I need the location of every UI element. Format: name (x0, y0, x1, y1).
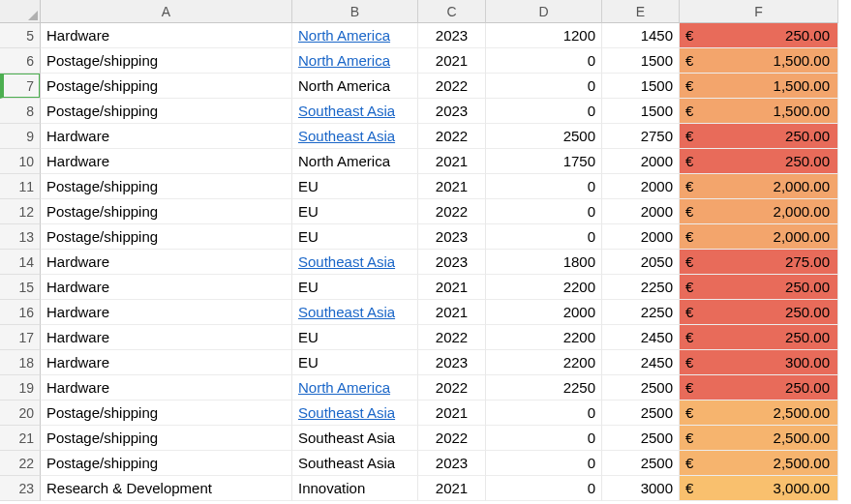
cell-A20[interactable]: Postage/shipping (41, 400, 292, 426)
cell-E20[interactable]: 2500 (602, 400, 680, 426)
cell-E9[interactable]: 2750 (602, 124, 680, 149)
cell-A9[interactable]: Hardware (41, 124, 292, 149)
cell-C13[interactable]: 2023 (418, 224, 486, 250)
cell-D17[interactable]: 2200 (486, 325, 602, 350)
cell-A14[interactable]: Hardware (41, 250, 292, 275)
row-header-13[interactable]: 13 (0, 224, 41, 250)
cell-C5[interactable]: 2023 (418, 23, 486, 48)
cell-A12[interactable]: Postage/shipping (41, 199, 292, 224)
cell-F10[interactable]: €250.00 (680, 149, 838, 174)
hyperlink[interactable]: North America (298, 52, 390, 69)
cell-D7[interactable]: 0 (486, 74, 602, 99)
cell-E12[interactable]: 2000 (602, 199, 680, 224)
cell-F20[interactable]: €2,500.00 (680, 400, 838, 426)
hyperlink[interactable]: Southeast Asia (298, 103, 395, 119)
cell-C17[interactable]: 2022 (418, 325, 486, 350)
cell-E11[interactable]: 2000 (602, 174, 680, 199)
cell-D9[interactable]: 2500 (486, 124, 602, 149)
cell-F5[interactable]: €250.00 (680, 23, 838, 48)
cell-B23[interactable]: Innovation (292, 476, 418, 501)
cell-E8[interactable]: 1500 (602, 99, 680, 124)
cell-A19[interactable]: Hardware (41, 375, 292, 400)
row-header-17[interactable]: 17 (0, 325, 41, 350)
cell-B6[interactable]: North America (292, 48, 418, 74)
cell-C12[interactable]: 2022 (418, 199, 486, 224)
row-header-15[interactable]: 15 (0, 275, 41, 300)
cell-A22[interactable]: Postage/shipping (41, 451, 292, 476)
hyperlink[interactable]: North America (298, 27, 390, 44)
cell-D19[interactable]: 2250 (486, 375, 602, 400)
cell-B10[interactable]: North America (292, 149, 418, 174)
cell-B5[interactable]: North America (292, 23, 418, 48)
cell-B16[interactable]: Southeast Asia (292, 300, 418, 325)
cell-A10[interactable]: Hardware (41, 149, 292, 174)
row-header-5[interactable]: 5 (0, 23, 41, 48)
hyperlink[interactable]: Southeast Asia (298, 128, 395, 144)
hyperlink[interactable]: Southeast Asia (298, 404, 395, 421)
cell-D5[interactable]: 1200 (486, 23, 602, 48)
cell-F7[interactable]: €1,500.00 (680, 74, 838, 99)
hyperlink[interactable]: Southeast Asia (298, 253, 395, 270)
cell-F18[interactable]: €300.00 (680, 350, 838, 375)
cell-E22[interactable]: 2500 (602, 451, 680, 476)
row-header-21[interactable]: 21 (0, 426, 41, 451)
cell-F13[interactable]: €2,000.00 (680, 224, 838, 250)
cell-C22[interactable]: 2023 (418, 451, 486, 476)
cell-F23[interactable]: €3,000.00 (680, 476, 838, 501)
cell-C21[interactable]: 2022 (418, 426, 486, 451)
cell-E10[interactable]: 2000 (602, 149, 680, 174)
cell-B7[interactable]: North America (292, 74, 418, 99)
cell-D23[interactable]: 0 (486, 476, 602, 501)
cell-A8[interactable]: Postage/shipping (41, 99, 292, 124)
cell-B19[interactable]: North America (292, 375, 418, 400)
cell-B14[interactable]: Southeast Asia (292, 250, 418, 275)
cell-F12[interactable]: €2,000.00 (680, 199, 838, 224)
cell-E5[interactable]: 1450 (602, 23, 680, 48)
cell-C8[interactable]: 2023 (418, 99, 486, 124)
cell-B12[interactable]: EU (292, 199, 418, 224)
cell-B20[interactable]: Southeast Asia (292, 400, 418, 426)
cell-E21[interactable]: 2500 (602, 426, 680, 451)
cell-E7[interactable]: 1500 (602, 74, 680, 99)
row-header-16[interactable]: 16 (0, 300, 41, 325)
cell-B21[interactable]: Southeast Asia (292, 426, 418, 451)
cell-C16[interactable]: 2021 (418, 300, 486, 325)
cell-E23[interactable]: 3000 (602, 476, 680, 501)
cell-F22[interactable]: €2,500.00 (680, 451, 838, 476)
col-header-F[interactable]: F (680, 0, 838, 23)
cell-D16[interactable]: 2000 (486, 300, 602, 325)
row-header-22[interactable]: 22 (0, 451, 41, 476)
cell-C10[interactable]: 2021 (418, 149, 486, 174)
cell-E13[interactable]: 2000 (602, 224, 680, 250)
row-header-20[interactable]: 20 (0, 400, 41, 426)
cell-A6[interactable]: Postage/shipping (41, 48, 292, 74)
cell-E18[interactable]: 2450 (602, 350, 680, 375)
cell-B15[interactable]: EU (292, 275, 418, 300)
cell-D22[interactable]: 0 (486, 451, 602, 476)
cell-D10[interactable]: 1750 (486, 149, 602, 174)
cell-D6[interactable]: 0 (486, 48, 602, 74)
hyperlink[interactable]: North America (298, 379, 390, 396)
cell-A21[interactable]: Postage/shipping (41, 426, 292, 451)
cell-F19[interactable]: €250.00 (680, 375, 838, 400)
cell-D21[interactable]: 0 (486, 426, 602, 451)
cell-A13[interactable]: Postage/shipping (41, 224, 292, 250)
cell-A11[interactable]: Postage/shipping (41, 174, 292, 199)
cell-F17[interactable]: €250.00 (680, 325, 838, 350)
cell-C18[interactable]: 2023 (418, 350, 486, 375)
cell-B8[interactable]: Southeast Asia (292, 99, 418, 124)
cell-D12[interactable]: 0 (486, 199, 602, 224)
cell-E14[interactable]: 2050 (602, 250, 680, 275)
cell-C14[interactable]: 2023 (418, 250, 486, 275)
cell-B17[interactable]: EU (292, 325, 418, 350)
cell-F14[interactable]: €275.00 (680, 250, 838, 275)
cell-F9[interactable]: €250.00 (680, 124, 838, 149)
cell-F15[interactable]: €250.00 (680, 275, 838, 300)
cell-D11[interactable]: 0 (486, 174, 602, 199)
row-header-7[interactable]: 7 (0, 74, 41, 99)
cell-D14[interactable]: 1800 (486, 250, 602, 275)
cell-C20[interactable]: 2021 (418, 400, 486, 426)
cell-C23[interactable]: 2021 (418, 476, 486, 501)
cell-F16[interactable]: €250.00 (680, 300, 838, 325)
row-header-11[interactable]: 11 (0, 174, 41, 199)
